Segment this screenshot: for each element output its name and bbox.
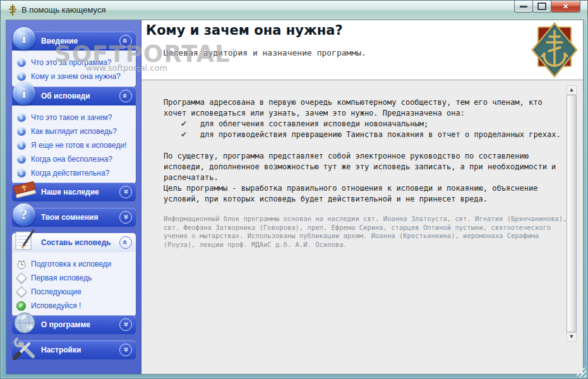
bullet-item: ✔ для противодействия превращению Таинст…	[164, 129, 563, 140]
sidebar-item-when-useless[interactable]: i Когда она бесполезна?	[16, 152, 133, 166]
collapse-chevron-icon[interactable]: «	[119, 35, 132, 47]
section-title: Составь исповедь	[41, 238, 111, 247]
section-header-compose-confession[interactable]: Составь исповедь «	[12, 233, 136, 252]
window-title: В помощь кающемуся	[21, 5, 106, 15]
sidebar-section-heritage: Наше наследие «	[12, 183, 136, 202]
expand-chevron-icon[interactable]: «	[119, 211, 132, 224]
sidebar-section-introduction: i Введение « i Что это за программа? i К…	[12, 32, 136, 87]
info-small-icon: i	[17, 127, 26, 136]
section-header-doubts[interactable]: ? Твои сомнения «	[12, 208, 136, 227]
minimize-icon	[520, 6, 527, 8]
globe-icon	[13, 311, 37, 335]
section-header-about-confession[interactable]: i Об исповеди «	[12, 87, 136, 105]
question-icon: ?	[13, 203, 37, 227]
resize-grip[interactable]	[577, 368, 586, 377]
sidebar: i Введение « i Что это за программа? i К…	[6, 20, 141, 374]
sidebar-section-settings: Настройки «	[12, 340, 136, 359]
section-title: Введение	[41, 37, 78, 45]
collapse-chevron-icon[interactable]: «	[119, 90, 132, 102]
sidebar-item-what-is-program[interactable]: i Что это за программа?	[16, 56, 133, 69]
minimize-button[interactable]	[514, 1, 533, 13]
close-button[interactable]: ✕	[551, 1, 580, 13]
window-frame: В помощь кающемуся ✕ i Введение « i Что …	[0, 0, 588, 379]
sidebar-item-what-and-why[interactable]: i Что это такое и зачем?	[16, 111, 133, 124]
content-text: Программа адресована в первую очередь ко…	[164, 97, 563, 249]
titlebar[interactable]: В помощь кающемуся	[1, 1, 587, 20]
paragraph: Цель программы - выработка правильного о…	[164, 183, 563, 205]
book-icon	[13, 178, 37, 202]
tag-icon	[16, 273, 27, 284]
info-icon: i	[13, 82, 37, 106]
paragraph: Программа адресована в первую очередь ко…	[164, 97, 563, 119]
cross-anchor-emblem	[531, 21, 579, 78]
green-check-icon: ✓	[16, 301, 26, 311]
info-small-icon: i	[17, 141, 26, 150]
section-title: Наше наследие	[41, 188, 99, 196]
info-small-icon: i	[17, 72, 26, 81]
collapse-chevron-icon[interactable]: «	[119, 236, 132, 249]
info-icon: i	[13, 27, 37, 51]
sidebar-section-doubts: ? Твои сомнения «	[12, 208, 136, 227]
page-subtitle: Целевая аудитория и назначение программы…	[164, 48, 366, 57]
sidebar-item-first-confession[interactable]: Первая исповедь	[16, 271, 133, 285]
section-header-heritage[interactable]: Наше наследие «	[12, 183, 136, 202]
tools-icon	[13, 336, 37, 360]
close-icon: ✕	[563, 3, 568, 11]
check-bullet-icon: ✔	[181, 119, 200, 129]
clock-icon	[16, 259, 27, 270]
sidebar-section-compose-confession: Составь исповедь «	[12, 233, 136, 316]
section-items: i Что это такое и зачем? i Как выглядит …	[12, 105, 136, 184]
section-header-settings[interactable]: Настройки «	[12, 340, 136, 359]
window-body: i Введение « i Что это за программа? i К…	[6, 20, 584, 375]
sidebar-item-who-needs-it[interactable]: i Кому и зачем она нужна?	[16, 69, 133, 83]
expand-chevron-icon[interactable]: «	[119, 344, 132, 356]
check-bullet-icon: ✔	[181, 129, 200, 140]
maximize-button[interactable]	[532, 1, 551, 13]
section-title: О программе	[41, 320, 90, 329]
vertical-scrollbar[interactable]: ▲ ▼	[567, 85, 577, 346]
tag-icon	[16, 287, 27, 298]
info-small-icon: i	[17, 113, 26, 122]
expand-chevron-icon[interactable]: «	[119, 318, 132, 331]
paragraph: По существу, программа представляет собо…	[164, 151, 563, 183]
section-items: Подготовка к исповеди Первая исповедь По…	[12, 252, 136, 316]
info-small-icon: i	[17, 169, 26, 177]
arrow-down-icon: ▼	[570, 335, 573, 339]
section-header-introduction[interactable]: i Введение «	[12, 32, 136, 51]
section-title: Настройки	[41, 346, 81, 354]
section-header-about-program[interactable]: О программе «	[12, 315, 136, 334]
scroll-up-button[interactable]: ▲	[567, 85, 577, 95]
section-title: Твои сомнения	[41, 213, 98, 222]
sidebar-item-how-it-looks[interactable]: i Как выглядит исповедь?	[16, 124, 133, 138]
scroll-down-button[interactable]: ▼	[567, 332, 577, 342]
page-title: Кому и зачем она нужна?	[146, 23, 343, 38]
footnote: Информационный блок программы основан на…	[164, 215, 568, 249]
sidebar-item-subsequent[interactable]: Последующие	[16, 285, 133, 299]
expand-chevron-icon[interactable]: «	[119, 186, 132, 198]
sidebar-section-about-confession: i Об исповеди « i Что это такое и зачем?…	[12, 87, 136, 184]
window-controls: ✕	[515, 1, 580, 13]
arrow-up-icon: ▲	[570, 88, 573, 92]
info-small-icon: i	[17, 58, 26, 67]
scrollbar-thumb[interactable]	[567, 95, 577, 332]
maximize-icon	[537, 3, 546, 10]
content-panel: Программа адресована в первую очередь ко…	[141, 80, 583, 374]
sidebar-section-about-program: О программе «	[12, 315, 136, 334]
info-small-icon: i	[17, 155, 26, 164]
section-title: Об исповеди	[41, 92, 90, 100]
sidebar-item-not-ready[interactable]: i Я еще не готов к исповеди!	[16, 138, 133, 152]
notepad-pen-icon	[13, 229, 37, 253]
main-area: Кому и зачем она нужна? Целевая аудитори…	[141, 20, 583, 374]
sidebar-item-preparation[interactable]: Подготовка к исповеди	[16, 257, 133, 271]
orthodox-cross-icon	[8, 4, 18, 16]
bullet-item: ✔ для облегчения составления исповеди но…	[164, 119, 563, 129]
